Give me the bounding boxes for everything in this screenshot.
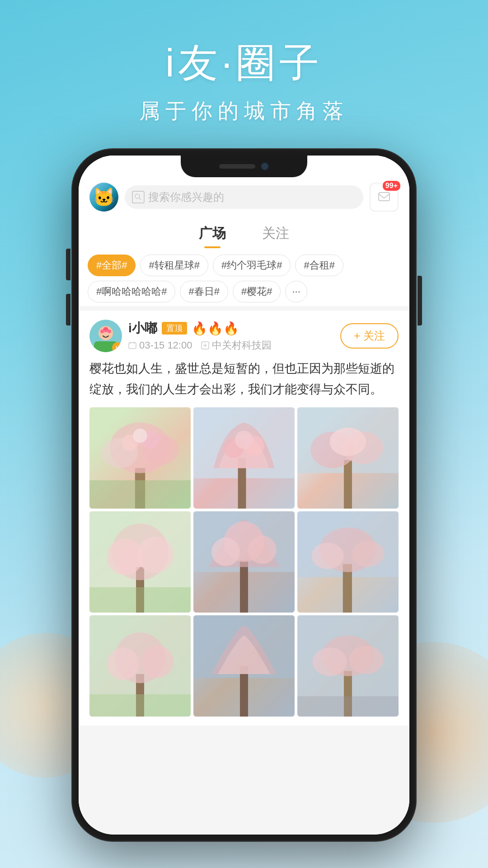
svg-point-47 — [311, 542, 344, 569]
phone-notch — [181, 156, 307, 177]
post-text: 樱花也如人生，盛世总是短暂的，但也正因为那些短逝的绽放，我们的人生才会出彩，我们… — [89, 359, 399, 400]
username-row: i小嘟 置顶 🔥🔥🔥 — [128, 320, 272, 337]
post-image-3[interactable] — [297, 407, 399, 509]
follow-button[interactable]: + 关注 — [340, 323, 399, 349]
app-title: i友·圈子 — [0, 36, 488, 90]
notch-camera — [261, 162, 269, 170]
post-location: 中关村科技园 — [212, 339, 272, 352]
tag-sakura[interactable]: #樱花# — [233, 281, 281, 302]
cherry-tree-svg-3 — [297, 407, 399, 509]
image-grid — [89, 407, 399, 717]
svg-point-43 — [248, 536, 277, 564]
header-section: i友·圈子 属于你的城市角落 — [0, 0, 488, 125]
notch-speaker — [219, 164, 255, 169]
search-placeholder: 搜索你感兴趣的 — [148, 190, 224, 204]
svg-point-52 — [107, 647, 139, 680]
post-user: v i小嘟 置顶 🔥🔥🔥 — [89, 320, 272, 352]
cherry-tree-svg-6 — [297, 511, 399, 613]
tag-all[interactable]: #全部# — [88, 255, 136, 276]
svg-point-53 — [141, 646, 174, 678]
post-image-4[interactable] — [89, 511, 191, 613]
avatar-image: 🐱 — [89, 183, 118, 212]
tag-rental[interactable]: #转租星球# — [140, 255, 208, 276]
cherry-tree-svg-7 — [89, 615, 191, 717]
post-header: v i小嘟 置顶 🔥🔥🔥 — [89, 320, 399, 352]
svg-rect-38 — [89, 587, 191, 613]
svg-point-27 — [235, 430, 253, 448]
post-image-5[interactable] — [193, 511, 295, 613]
svg-rect-40 — [240, 560, 248, 612]
phone-outer: 🐱 搜索你感兴趣的 99+ — [72, 149, 416, 841]
svg-point-60 — [313, 647, 347, 676]
cherry-tree-svg-2 — [193, 407, 295, 509]
svg-line-1 — [139, 198, 141, 200]
post-image-6[interactable] — [297, 511, 399, 613]
cherry-tree-svg-5 — [193, 511, 295, 613]
notification-badge: 99+ — [383, 181, 400, 191]
post-image-8[interactable] — [193, 615, 295, 717]
svg-rect-22 — [89, 480, 191, 509]
message-icon — [378, 191, 390, 203]
clock-icon — [128, 341, 136, 349]
post-avatar[interactable]: v — [89, 320, 122, 352]
cherry-tree-svg-9 — [297, 615, 399, 717]
svg-rect-54 — [89, 694, 191, 717]
location-icon — [201, 341, 209, 349]
svg-rect-9 — [129, 343, 136, 349]
post-time-item: 03-15 12:00 — [128, 340, 192, 351]
svg-rect-62 — [297, 696, 399, 717]
svg-point-48 — [352, 541, 385, 567]
tabs-container: 广场 关注 — [79, 219, 409, 248]
vip-badge: v — [112, 342, 122, 352]
fire-icons: 🔥🔥🔥 — [192, 321, 239, 336]
notification-button[interactable]: 99+ — [370, 183, 399, 212]
username: i小嘟 — [128, 320, 157, 337]
user-avatar[interactable]: 🐱 — [89, 183, 118, 212]
app-content: 🐱 搜索你感兴趣的 99+ — [79, 156, 409, 835]
tag-spring[interactable]: #春日# — [180, 281, 228, 302]
tag-badminton[interactable]: #约个羽毛球# — [213, 255, 291, 276]
cherry-tree-svg-1 — [89, 407, 191, 509]
pin-badge: 置顶 — [162, 322, 187, 335]
tag-more[interactable]: ··· — [285, 281, 307, 302]
post-image-1[interactable] — [89, 407, 191, 509]
svg-rect-2 — [379, 193, 389, 201]
user-info: i小嘟 置顶 🔥🔥🔥 — [128, 320, 272, 352]
tab-guanzhu[interactable]: 关注 — [262, 224, 289, 248]
post-card: v i小嘟 置顶 🔥🔥🔥 — [79, 311, 409, 726]
svg-point-42 — [211, 538, 240, 566]
post-meta: 03-15 12:00 中关村科技园 — [128, 339, 272, 352]
cherry-tree-svg-8 — [193, 615, 295, 717]
tags-row: #全部# #转租星球# #约个羽毛球# #合租# #啊哈哈哈哈哈# — [79, 248, 409, 306]
tag-haha[interactable]: #啊哈哈哈哈哈# — [88, 281, 175, 302]
post-location-item: 中关村科技园 — [201, 339, 272, 352]
search-bar[interactable]: 搜索你感兴趣的 — [125, 185, 363, 209]
svg-rect-29 — [344, 460, 352, 509]
post-image-9[interactable] — [297, 615, 399, 717]
cherry-tree-svg-4 — [89, 511, 191, 613]
phone-inner: 🐱 搜索你感兴趣的 99+ — [79, 156, 409, 835]
svg-point-21 — [133, 429, 147, 443]
svg-point-61 — [349, 646, 383, 674]
svg-point-32 — [330, 428, 366, 456]
post-image-2[interactable] — [193, 407, 295, 509]
app-subtitle: 属于你的城市角落 — [0, 97, 488, 125]
search-icon — [132, 191, 145, 203]
phone-mockup: 🐱 搜索你感兴趣的 99+ — [72, 149, 416, 841]
post-time: 03-15 12:00 — [139, 340, 192, 351]
post-image-7[interactable] — [89, 615, 191, 717]
tab-guangchang[interactable]: 广场 — [199, 224, 226, 248]
tag-roommate[interactable]: #合租# — [295, 255, 343, 276]
svg-point-37 — [137, 537, 174, 573]
